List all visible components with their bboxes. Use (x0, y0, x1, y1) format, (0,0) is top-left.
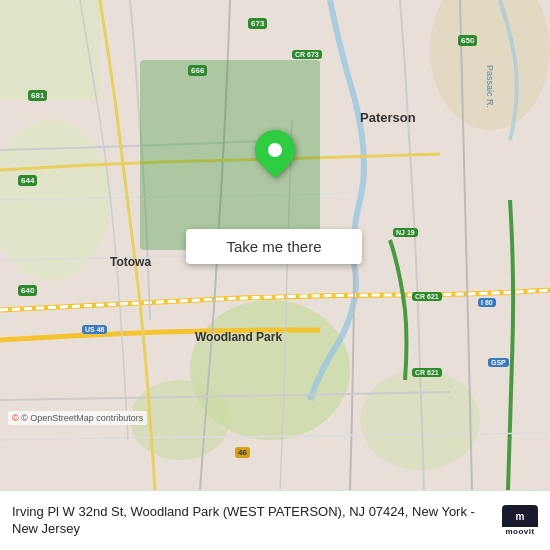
location-pin (255, 130, 295, 180)
address-text: Irving Pl W 32nd St, Woodland Park (WEST… (12, 504, 494, 538)
address-section: Irving Pl W 32nd St, Woodland Park (WEST… (12, 504, 494, 538)
copyright-symbol: © (12, 413, 19, 423)
moovit-logo: m moovit (502, 505, 538, 536)
svg-rect-4 (0, 0, 100, 100)
svg-text:m: m (516, 511, 525, 522)
take-me-there-button[interactable]: Take me there (186, 229, 362, 264)
osm-attribution: © © OpenStreetMap contributors (8, 411, 147, 425)
moovit-logo-icon: m (505, 507, 535, 525)
moovit-brand-text: moovit (505, 527, 534, 536)
map-view: Paterson Totowa Woodland Park Passaic R.… (0, 0, 550, 490)
osm-credit-text: © OpenStreetMap contributors (21, 413, 143, 423)
moovit-logo-top: m (502, 505, 538, 527)
info-bar: Irving Pl W 32nd St, Woodland Park (WEST… (0, 490, 550, 550)
